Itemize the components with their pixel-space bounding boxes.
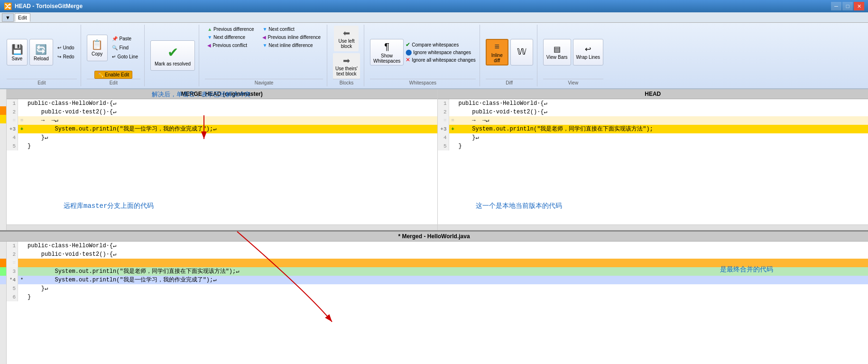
whitespaces-group-label: Whitespaces (370, 79, 476, 85)
ignore-all-ws-x-icon: ✕ (406, 56, 410, 63)
file-buttons: 💾 Save 🔄 Reload ↩ Undo ↪ Redo (7, 26, 77, 79)
ignore-ws-option: ⬤ Ignore whitespace changes (406, 49, 476, 56)
find-button[interactable]: 🔍 Find (110, 44, 140, 52)
right-cn-annotation: 这一个是本地当前版本的代码 (476, 202, 562, 210)
mark-resolved-button[interactable]: ✔ Mark as resolved (150, 40, 195, 71)
use-theirs-label: Use theirs'text block (335, 66, 358, 76)
gutter-1 (0, 89, 6, 98)
left-h-scroll[interactable] (7, 224, 437, 230)
ribbon-group-mark: ✔ Mark as resolved (147, 25, 199, 86)
right-marker-4 (449, 133, 457, 142)
merged-line-4: *4 * System.out.println("我是一位学习，我的作业完成了"… (7, 276, 868, 284)
view-bars-label: View Bars (546, 55, 568, 60)
left-content-3: System.out.println("我是一位学习，我的作业完成了");↵ (26, 125, 437, 133)
ribbon-group-file: 💾 Save 🔄 Reload ↩ Undo ↪ Redo Edit (3, 25, 81, 86)
mark-resolved-label: Mark as resolved (155, 61, 191, 66)
gutter-5 (0, 123, 6, 132)
conflict-inline-col: ▼ Next conflict ◀ Previous inline differ… (260, 26, 323, 49)
redo-button[interactable]: ↪ Redo (55, 53, 77, 61)
left-marker-5 (18, 142, 26, 150)
next-conflict-button[interactable]: ▼ Next conflict (260, 26, 323, 33)
close-button[interactable]: ✕ (854, 2, 864, 10)
next-diff-button[interactable]: ▼ Next difference (205, 34, 256, 41)
right-h-scroll[interactable] (438, 224, 868, 230)
merged-linenum-2: 2 (7, 250, 18, 259)
view-bars-button[interactable]: ▤ View Bars (543, 39, 571, 65)
merged-line-2: 2 public·void·test2()·{↵ (7, 250, 868, 259)
paste-button[interactable]: 📌 Paste (110, 35, 140, 43)
right-linenum-2: 2 (438, 108, 449, 116)
left-marker-4 (18, 133, 26, 142)
goto-button[interactable]: ↵ Goto Line (110, 53, 140, 61)
enable-edit-label: Enable Edit (105, 72, 129, 77)
merged-gutter-3 (0, 259, 6, 267)
reload-button[interactable]: 🔄 Reload (29, 39, 53, 65)
left-content-eq: → →↵ (26, 116, 437, 125)
inline-diff-label: Inlinediff (491, 53, 503, 63)
gutter-4 (0, 115, 6, 123)
up-arrow-icon: ▲ (207, 27, 212, 32)
quick-access-icon[interactable]: ▼ (2, 13, 14, 22)
prev-inline-button[interactable]: ◀ Previous inline difference (260, 34, 323, 41)
inline-diff-icon: ≡ (494, 42, 499, 52)
compare-ws-label: Compare whitespaces (412, 42, 459, 47)
undo-button[interactable]: ↩ Undo (55, 44, 77, 52)
left-linenum-eq: = (7, 116, 18, 125)
tab-edit[interactable]: Edit (15, 13, 30, 22)
right-line-3: +3 + System.out.println("我是老师，同学们直接在下面实现… (438, 125, 868, 133)
right-line-4: 4 }↵ (438, 133, 868, 142)
undo-redo-col: ↩ Undo ↪ Redo (55, 44, 77, 61)
right-pane-content[interactable]: 1 public·class·HelloWorld·{↵ 2 public·vo… (438, 99, 868, 224)
show-whitespaces-button[interactable]: ¶ ShowWhitespaces (370, 39, 404, 65)
merged-gutter-6 (0, 284, 6, 293)
edit-buttons: 📋 Copy 📌 Paste 🔍 Find ↵ Goto Line (87, 26, 140, 70)
next-inline-button[interactable]: ▼ Next inline difference (260, 42, 323, 49)
merged-pane-content[interactable]: 1 public·class·HelloWorld·{↵ 2 public·vo… (7, 242, 868, 364)
copy-button[interactable]: 📋 Copy (87, 35, 108, 61)
left-pane-content[interactable]: 1 public·class·HelloWorld·{↵ 2 public·vo… (7, 99, 437, 224)
left-line-5: 5 } (7, 142, 437, 150)
prev-conflict-button[interactable]: ◀ Previous conflict (205, 42, 256, 49)
editor-top-split: MERGE_HEAD (origin/master) 1 public·clas… (0, 89, 868, 232)
view-group-label: View (543, 79, 603, 85)
left-linenum-3: +3 (7, 125, 18, 133)
merged-content-2: public·void·test2()·{↵ (26, 250, 868, 259)
left-line-2: 2 public·void·test2()·{↵ (7, 108, 437, 116)
ribbon-group-edit: 📋 Copy 📌 Paste 🔍 Find ↵ Goto Line (83, 25, 145, 86)
view-buttons: ▤ View Bars ↩ Wrap Lines (543, 26, 603, 79)
ribbon: 💾 Save 🔄 Reload ↩ Undo ↪ Redo Edit (0, 23, 868, 89)
script-button[interactable]: 𝕎 (510, 39, 533, 65)
maximize-button[interactable]: □ (842, 2, 853, 10)
window-controls: ─ □ ✕ (831, 2, 864, 10)
minimize-button[interactable]: ─ (831, 2, 841, 10)
diff-buttons: ≡ Inlinediff 𝕎 (486, 26, 533, 79)
merged-marker-1 (18, 242, 26, 250)
reload-label: Reload (34, 56, 49, 61)
save-button[interactable]: 💾 Save (7, 39, 28, 65)
left-linenum-2: 2 (7, 108, 18, 116)
merged-linenum-5: 5 (7, 284, 18, 293)
use-theirs-button[interactable]: ➡ Use theirs'text block (333, 53, 360, 79)
inline-diff-button[interactable]: ≡ Inlinediff (486, 39, 508, 65)
enable-edit-button[interactable]: ✏️ Enable Edit (94, 71, 132, 79)
prev-next-col: ▲ Previous difference ▼ Next difference … (205, 26, 256, 49)
merged-content-1: public·class·HelloWorld·{↵ (26, 242, 868, 250)
prev-diff-button[interactable]: ▲ Previous difference (205, 26, 256, 33)
merged-linenum-4: *4 (7, 276, 18, 284)
block-buttons: ⬅ Use leftblock ➡ Use theirs'text block (333, 26, 360, 79)
wrap-lines-button[interactable]: ↩ Wrap Lines (573, 39, 603, 65)
prev-conflict-label: Previous conflict (212, 43, 247, 48)
checkmark-icon: ✔ (167, 45, 178, 60)
left2-arrow-icon: ◀ (262, 35, 266, 40)
paste-label: Paste (120, 36, 132, 41)
next-conflict-label: Next conflict (268, 27, 294, 32)
gutter-6 (0, 132, 6, 140)
down3-arrow-icon: ▼ (262, 43, 267, 48)
show-ws-label: ShowWhitespaces (373, 53, 400, 64)
find-icon: 🔍 (112, 45, 118, 50)
undo-label: Undo (63, 45, 74, 50)
goto-label: Goto Line (118, 54, 138, 59)
down-arrow-icon: ▼ (207, 35, 212, 40)
left-linenum-1: 1 (7, 99, 18, 108)
use-left-button[interactable]: ⬅ Use leftblock (334, 26, 359, 51)
